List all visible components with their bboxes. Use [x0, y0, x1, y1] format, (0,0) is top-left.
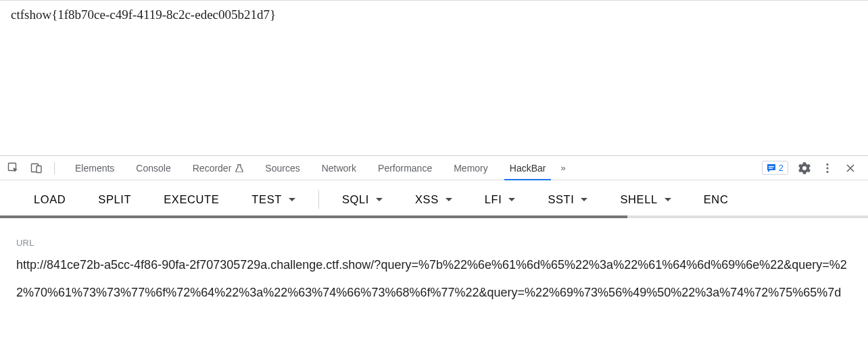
more-tabs-glyph: » [560, 163, 565, 173]
issues-count: 2 [779, 163, 783, 173]
hackbar-body: URL http://841ce72b-a5cc-4f86-90fa-2f707… [0, 218, 868, 306]
chevron-down-icon [445, 198, 452, 201]
kebab-menu-icon[interactable] [821, 161, 834, 175]
hackbar-scroll-indicator[interactable] [0, 215, 627, 218]
hackbar-ssti-button[interactable]: SSTI [531, 180, 604, 218]
button-label: SSTI [548, 193, 574, 206]
tab-sources[interactable]: Sources [254, 156, 310, 180]
chevron-down-icon [289, 198, 295, 201]
devtools-right-icons: 2 [762, 161, 861, 175]
inspect-element-icon[interactable] [7, 161, 20, 175]
hackbar-xss-button[interactable]: XSS [399, 180, 468, 218]
chevron-down-icon [581, 198, 587, 201]
tab-label: Network [322, 163, 356, 174]
hackbar-execute-button[interactable]: EXECUTE [147, 180, 235, 218]
button-label: LOAD [34, 193, 66, 206]
button-label: XSS [415, 193, 439, 206]
tab-label: Performance [378, 163, 432, 174]
devtools-tabbar: Elements Console Recorder Sources Networ… [0, 156, 868, 180]
svg-rect-4 [769, 168, 773, 168]
device-toolbar-icon[interactable] [30, 161, 43, 175]
svg-rect-3 [769, 166, 774, 167]
page-content: ctfshow{1f8b70ce-c49f-4119-8c2c-edec005b… [0, 0, 868, 155]
hackbar-split-button[interactable]: SPLIT [82, 180, 147, 218]
svg-point-5 [826, 163, 828, 165]
url-label: URL [16, 233, 852, 253]
button-label: TEST [251, 193, 282, 206]
tab-label: Recorder [193, 163, 232, 174]
svg-point-6 [826, 167, 828, 169]
hackbar-test-button[interactable]: TEST [235, 180, 312, 218]
tab-performance[interactable]: Performance [367, 156, 443, 180]
close-icon[interactable] [844, 161, 857, 175]
button-label: LFI [485, 193, 502, 206]
tab-memory[interactable]: Memory [443, 156, 499, 180]
hackbar-enc-button[interactable]: ENC [688, 180, 745, 218]
chevron-down-icon [376, 198, 383, 201]
divider [54, 162, 55, 174]
button-label: EXECUTE [164, 193, 219, 206]
tab-label: Console [136, 163, 170, 174]
tab-hackbar[interactable]: HackBar [499, 156, 557, 180]
tab-label: Sources [265, 163, 299, 174]
recorder-beta-icon [235, 164, 243, 172]
hackbar-lfi-button[interactable]: LFI [468, 180, 532, 218]
devtools-panel: Elements Console Recorder Sources Networ… [0, 155, 868, 306]
issues-badge[interactable]: 2 [762, 161, 788, 175]
hackbar-sqli-button[interactable]: SQLI [326, 180, 399, 218]
tab-console[interactable]: Console [125, 156, 181, 180]
tab-recorder[interactable]: Recorder [182, 156, 255, 180]
tab-label: Memory [454, 163, 488, 174]
message-icon [767, 163, 776, 173]
flag-text: ctfshow{1f8b70ce-c49f-4119-8c2c-edec005b… [11, 7, 276, 22]
hackbar-toolbar: LOAD SPLIT EXECUTE TEST SQLI XSS LFI SST… [0, 180, 868, 218]
chevron-down-icon [665, 198, 671, 201]
settings-icon[interactable] [798, 161, 811, 175]
button-label: SQLI [342, 193, 369, 206]
tab-network[interactable]: Network [311, 156, 367, 180]
hackbar-shell-button[interactable]: SHELL [604, 180, 687, 218]
button-label: SPLIT [98, 193, 131, 206]
tab-label: HackBar [510, 163, 546, 174]
svg-point-7 [826, 170, 828, 172]
more-tabs-icon[interactable]: » [556, 163, 569, 173]
url-input[interactable]: http://841ce72b-a5cc-4f86-90fa-2f7073057… [16, 251, 852, 306]
tab-label: Elements [75, 163, 114, 174]
button-label: SHELL [620, 193, 657, 206]
divider [318, 190, 319, 209]
hackbar-load-button[interactable]: LOAD [0, 180, 82, 218]
chevron-down-icon [508, 198, 515, 201]
button-label: ENC [704, 193, 729, 206]
tab-elements[interactable]: Elements [64, 156, 125, 180]
svg-rect-2 [37, 165, 41, 172]
devtools-left-icons [7, 161, 53, 175]
